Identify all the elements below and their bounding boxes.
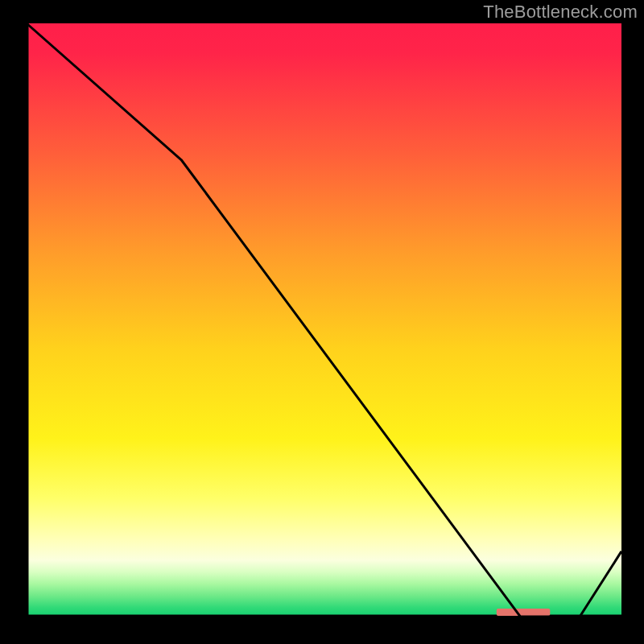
watermark-text: TheBottleneck.com [483, 2, 638, 23]
chart-stage: TheBottleneck.com [0, 0, 644, 644]
optimal-marker [497, 609, 551, 616]
plot-background [27, 23, 621, 617]
bottleneck-chart [0, 0, 644, 644]
